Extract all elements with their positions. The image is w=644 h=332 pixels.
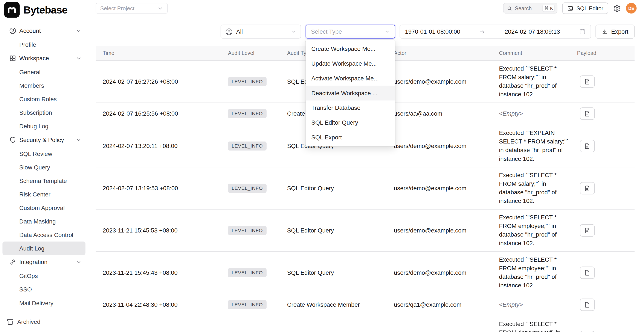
cell-comment: <Empty>: [495, 103, 573, 125]
terminal-icon: [567, 5, 574, 11]
comment-text: Executed `"SELECT * FROM salary;"` in da…: [499, 171, 569, 205]
actor-filter-value: All: [236, 28, 243, 35]
file-icon: [584, 78, 591, 85]
sidebar-item-debug-log[interactable]: Debug Log: [2, 119, 85, 133]
archived-label: Archived: [17, 319, 40, 325]
search-placeholder: Search: [515, 5, 532, 11]
cell-comment: Executed `"SELECT * FROM salary;"` in da…: [495, 167, 573, 209]
cell-comment: <Empty>: [495, 294, 573, 316]
payload-view-button[interactable]: [580, 224, 595, 236]
sidebar-group-security-policy[interactable]: Security & Policy: [2, 133, 85, 147]
sidebar-group-account[interactable]: Account: [2, 24, 85, 38]
type-option-sql-export[interactable]: SQL Export: [306, 130, 395, 145]
topbar: Select Project Search ⌘ K SQL: [88, 0, 644, 14]
column-header-audit-level: Audit Level: [224, 46, 283, 60]
payload-view-button[interactable]: [580, 182, 595, 194]
table-row: 2023-11-21 15:45:53 +08:00LEVEL_INFOSQL …: [96, 209, 634, 251]
filter-bar: All Select Type 1970-01-01 08:00:00: [96, 25, 634, 39]
sidebar-item-custom-approval[interactable]: Custom Approval: [2, 201, 85, 214]
type-filter-placeholder: Select Type: [311, 28, 342, 35]
sidebar-item-sql-review[interactable]: SQL Review: [2, 147, 85, 160]
audit-log-content: All Select Type 1970-01-01 08:00:00: [88, 14, 644, 332]
sidebar-item-subscription[interactable]: Subscription: [2, 106, 85, 119]
audit-level-badge: LEVEL_INFO: [228, 141, 266, 150]
sidebar-item-profile[interactable]: Profile: [2, 38, 85, 51]
sidebar-item-archived[interactable]: Archived: [2, 315, 85, 329]
sidebar-group-label: Account: [19, 27, 41, 34]
sidebar-item-mail-delivery[interactable]: Mail Delivery: [2, 296, 85, 310]
payload-view-button[interactable]: [580, 299, 595, 311]
payload-view-button[interactable]: [580, 107, 595, 120]
brand-name: Bytebase: [24, 4, 68, 16]
date-to-value: 2024-02-07 18:09:13: [504, 28, 560, 35]
search-input[interactable]: Search ⌘ K: [503, 3, 558, 13]
calendar-icon: [579, 28, 586, 35]
avatar[interactable]: DE: [626, 3, 637, 13]
column-header-comment: Comment: [495, 46, 573, 60]
table-row: 2023-11-21 15:45:43 +08:00LEVEL_INFOSQL …: [96, 251, 634, 294]
gear-icon[interactable]: [613, 4, 621, 12]
type-option-transfer-database[interactable]: Transfer Database: [306, 100, 395, 115]
type-dropdown-menu: Create Workspace Me...Update Workspace M…: [306, 40, 395, 146]
type-option-deactivate-workspace[interactable]: Deactivate Workspace ...: [306, 86, 395, 101]
payload-view-button[interactable]: [580, 266, 595, 279]
sidebar-item-schema-template[interactable]: Schema Template: [2, 174, 85, 187]
type-option-create-workspace-me[interactable]: Create Workspace Me...: [306, 41, 395, 56]
payload-view-button[interactable]: [580, 331, 595, 332]
payload-view-button[interactable]: [580, 140, 595, 152]
brand-logo[interactable]: Bytebase: [0, 0, 88, 20]
comment-text: Executed `"SELECT * FROM employee;"` in …: [499, 255, 569, 290]
cell-actor: users/demo@example.com: [390, 60, 495, 103]
cell-actor: users/demo@example.com: [390, 125, 495, 167]
sql-editor-button[interactable]: SQL Editor: [562, 2, 608, 14]
app-window: Bytebase AccountProfileWorkspaceGeneralM…: [0, 0, 644, 332]
cell-comment: Executed `"SELECT * FROM department;"` i…: [495, 316, 573, 332]
cell-audit-level: LEVEL_INFO: [224, 125, 283, 167]
sidebar-item-slow-query[interactable]: Slow Query: [2, 161, 85, 174]
sidebar-item-custom-roles[interactable]: Custom Roles: [2, 92, 85, 106]
column-header-actor: Actor: [390, 46, 495, 60]
cell-actor: users/demo@example.com: [390, 251, 495, 294]
type-option-update-workspace-me[interactable]: Update Workspace Me...: [306, 56, 395, 71]
sidebar-nav: AccountProfileWorkspaceGeneralMembersCus…: [0, 20, 88, 315]
payload-view-button[interactable]: [580, 75, 595, 88]
sidebar-item-data-masking[interactable]: Data Masking: [2, 214, 85, 228]
cell-actor: users/qa1@example.com: [390, 294, 495, 316]
type-filter-select[interactable]: Select Type: [306, 25, 395, 39]
export-label: Export: [611, 28, 628, 35]
comment-text: Executed `"SELECT * FROM department;"` i…: [499, 320, 569, 332]
sidebar-item-gitops[interactable]: GitOps: [2, 269, 85, 283]
project-select[interactable]: Select Project: [96, 3, 168, 13]
chevron-down-icon: [158, 5, 163, 11]
cell-time: 2024-02-07 16:25:56 +08:00: [96, 103, 224, 125]
cell-audit-level: LEVEL_INFO: [224, 294, 283, 316]
date-range-picker[interactable]: 1970-01-01 08:00:00 2024-02-07 18:09:13: [400, 25, 591, 39]
project-select-value: Select Project: [100, 5, 134, 11]
sidebar-group-integration[interactable]: Integration: [2, 255, 85, 269]
file-icon: [584, 301, 591, 308]
sidebar-item-audit-log[interactable]: Audit Log: [2, 241, 85, 255]
sidebar-item-sso[interactable]: SSO: [2, 283, 85, 296]
file-icon: [584, 185, 591, 191]
sidebar-item-general[interactable]: General: [2, 65, 85, 79]
search-shortcut: ⌘ K: [542, 5, 555, 12]
cell-comment: Executed `"SELECT * FROM salary;"` in da…: [495, 60, 573, 103]
type-option-activate-workspace-me[interactable]: Activate Workspace Me...: [306, 71, 395, 86]
actor-filter-select[interactable]: All: [220, 25, 301, 39]
sidebar-item-members[interactable]: Members: [2, 79, 85, 92]
search-icon: [507, 5, 512, 11]
cell-time: 2024-02-07 13:19:53 +08:00: [96, 167, 224, 209]
sidebar-group-workspace[interactable]: Workspace: [2, 51, 85, 65]
sidebar-item-data-access-control[interactable]: Data Access Control: [2, 228, 85, 241]
sidebar-item-risk-center[interactable]: Risk Center: [2, 187, 85, 201]
export-button[interactable]: Export: [596, 25, 634, 39]
cell-audit-type: Create Workspace Member: [283, 294, 390, 316]
date-from-value: 1970-01-01 08:00:00: [405, 28, 460, 35]
chevron-down-icon: [384, 29, 390, 34]
sidebar-group-label: Security & Policy: [19, 137, 64, 143]
shield-icon: [9, 136, 16, 144]
cell-payload: [573, 60, 634, 103]
table-row: 2024-02-07 13:19:53 +08:00LEVEL_INFOSQL …: [96, 167, 634, 209]
type-option-sql-editor-query[interactable]: SQL Editor Query: [306, 115, 395, 130]
sidebar-group-label: Integration: [19, 259, 48, 265]
